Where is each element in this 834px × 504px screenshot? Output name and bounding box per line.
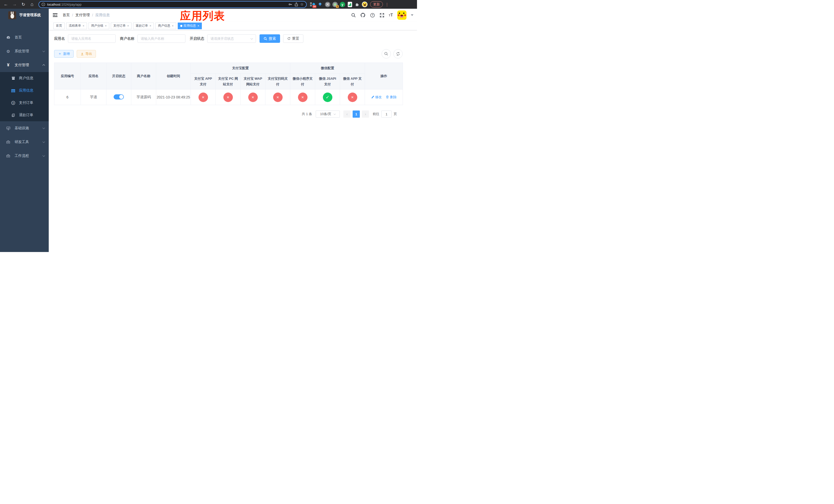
user-avatar[interactable]	[397, 10, 407, 20]
forward-icon[interactable]: →	[11, 1, 19, 8]
alipay-app-status-icon[interactable]: ×	[198, 93, 208, 102]
alipay-pc-status-icon[interactable]: ×	[223, 93, 233, 102]
delete-link[interactable]: 删除	[386, 95, 396, 99]
sidebar-item-pay-orders[interactable]: ¥ 支付订单	[0, 97, 49, 109]
close-icon[interactable]: ×	[150, 24, 151, 28]
extension-tray-icon[interactable]: 1	[332, 2, 338, 7]
fullscreen-icon[interactable]	[379, 13, 385, 18]
tab-refund-orders[interactable]: 退款订单×	[133, 23, 154, 29]
toggle-search-button[interactable]	[381, 49, 391, 59]
refresh-table-button[interactable]	[393, 49, 403, 59]
col-app-id: 应用编号	[54, 63, 81, 90]
tab-app-info[interactable]: 应用信息×	[178, 23, 202, 29]
github-icon[interactable]	[360, 13, 366, 18]
site-info-icon[interactable]	[42, 3, 45, 6]
col-app-name: 应用名	[81, 63, 106, 90]
status-label: 开启状态	[190, 37, 204, 41]
sidebar-item-system[interactable]: ⚙ 系统管理	[0, 44, 49, 58]
cell-created: 2021-10-23 08:49:25	[156, 90, 191, 105]
extension-doc-icon[interactable]	[347, 2, 353, 7]
sidebar-item-app-info[interactable]: 应用信息	[0, 84, 49, 97]
active-dot	[180, 25, 182, 27]
avatar-dropdown-caret[interactable]	[411, 14, 413, 16]
font-size-icon[interactable]: TT	[389, 13, 393, 18]
export-button[interactable]: 导出	[77, 50, 96, 58]
alipay-qr-status-icon[interactable]: ×	[273, 93, 283, 102]
browser-toolbar: ← → ↻ ⌂ localhost:1024/pay/app ☆ 10 ⌘ 1 …	[0, 0, 417, 9]
search-button[interactable]: 搜索	[260, 35, 280, 43]
reset-button[interactable]: 重置	[283, 35, 303, 43]
back-icon[interactable]: ←	[2, 1, 10, 8]
browser-menu-icon[interactable]: ⋮	[385, 2, 389, 7]
cell-operations: 修改 删除	[365, 90, 403, 105]
apps-table: 应用编号 应用名 开启状态 商户名称 创建时间 支付宝配置 微信配置 操作 支付…	[54, 63, 403, 105]
sidebar-item-dev-tools[interactable]: 研发工具	[0, 135, 49, 149]
alipay-wap-status-icon[interactable]: ×	[248, 93, 258, 102]
close-icon[interactable]: ×	[127, 24, 129, 28]
sidebar-item-workflow[interactable]: 工作流程	[0, 149, 49, 163]
sidebar-item-merchant-info[interactable]: 商户信息	[0, 72, 49, 84]
status-toggle[interactable]	[114, 94, 124, 99]
url-text[interactable]: localhost:1024/pay/app	[47, 3, 286, 6]
browser-update-button[interactable]: 更新	[370, 1, 383, 7]
grid-table-icon	[11, 88, 15, 93]
prev-page-button[interactable]: ‹	[344, 111, 351, 118]
tab-user-group[interactable]: 用户分组×	[88, 23, 109, 29]
tab-pay-orders[interactable]: 支付订单×	[111, 23, 132, 29]
password-key-icon[interactable]	[288, 2, 292, 6]
page-content: 应用名 商户名称 开启状态 请选择开启状态 搜索 重置	[49, 30, 417, 118]
wechat-mini-status-icon[interactable]: ×	[298, 93, 307, 102]
app-logo-rabbit	[8, 11, 16, 19]
close-icon[interactable]: ×	[83, 24, 84, 28]
page-number-1[interactable]: 1	[353, 111, 360, 118]
extension-gem-icon[interactable]	[317, 2, 323, 7]
page-size-select[interactable]: 10条/页	[316, 111, 340, 118]
app-name-input[interactable]	[68, 35, 116, 43]
goto-page-input[interactable]	[381, 111, 392, 118]
reload-icon[interactable]: ↻	[20, 1, 27, 8]
breadcrumb-payment[interactable]: 支付管理	[75, 13, 90, 18]
home-icon[interactable]: ⌂	[28, 1, 36, 8]
status-select[interactable]: 请选择开启状态	[207, 35, 256, 43]
close-icon[interactable]: ×	[197, 24, 199, 28]
sidebar-item-infrastructure[interactable]: 基础设施	[0, 121, 49, 135]
close-icon[interactable]: ×	[105, 24, 107, 28]
tab-merchant-info[interactable]: 商户信息×	[155, 23, 176, 29]
share-icon[interactable]	[294, 2, 298, 6]
filter-form: 应用名 商户名称 开启状态 请选择开启状态 搜索 重置	[54, 35, 412, 43]
goto-page: 前往 页	[373, 111, 397, 118]
gear-icon: ⚙	[6, 49, 10, 54]
add-button[interactable]: ＋ 新增	[54, 50, 73, 58]
close-icon[interactable]: ×	[172, 24, 174, 28]
breadcrumb-current: 应用信息	[95, 13, 110, 18]
cell-status	[106, 90, 131, 105]
help-icon[interactable]: ?	[370, 13, 375, 18]
chevron-down-icon	[43, 154, 45, 157]
chevron-down-icon	[43, 50, 45, 52]
tab-process-form[interactable]: 流程表单×	[66, 23, 87, 29]
profile-emoji-icon[interactable]	[362, 2, 368, 7]
search-icon[interactable]	[351, 13, 356, 18]
merchant-name-input[interactable]	[137, 35, 185, 43]
wechat-jsapi-status-icon[interactable]: ✓	[323, 93, 332, 102]
monitor-icon	[6, 126, 10, 131]
download-icon	[81, 52, 84, 55]
bookmark-star-icon[interactable]: ☆	[300, 2, 304, 7]
sidebar-item-home[interactable]: 首页	[0, 30, 49, 44]
edit-link[interactable]: 修改	[371, 95, 382, 99]
wechat-app-status-icon[interactable]: ×	[348, 93, 357, 102]
toolbox-icon	[6, 140, 10, 144]
yen-icon: ¥	[6, 63, 10, 68]
sidebar-item-refund-orders[interactable]: 退款订单	[0, 109, 49, 121]
extension-grid-icon[interactable]: 10	[310, 2, 315, 7]
address-bar[interactable]: localhost:1024/pay/app ☆	[39, 1, 307, 8]
sidebar-item-payment[interactable]: ¥ 支付管理	[0, 58, 49, 72]
tab-home[interactable]: 首页	[53, 23, 65, 29]
breadcrumb-home[interactable]: 首页	[63, 13, 70, 18]
next-page-button[interactable]: ›	[362, 111, 369, 118]
sidebar-collapse-icon[interactable]	[52, 12, 58, 18]
extensions-puzzle-icon[interactable]	[354, 2, 360, 7]
app-logo-row[interactable]: 芋道管理系统	[0, 9, 49, 22]
extension-command-icon[interactable]: ⌘	[325, 2, 330, 7]
extension-y-icon[interactable]: y	[339, 2, 345, 7]
